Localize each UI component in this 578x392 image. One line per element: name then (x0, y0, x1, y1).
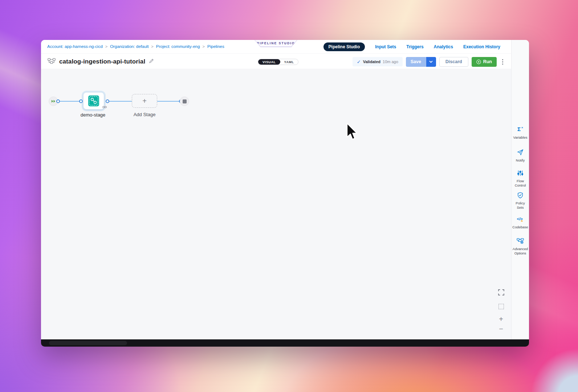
run-play-icon (476, 60, 481, 64)
breadcrumb-project[interactable]: Project: community-eng (156, 44, 200, 49)
pipeline-studio-window: Account: app-harness-ng-cicd>Organizatio… (41, 40, 529, 339)
rail-label: Notify (512, 158, 529, 163)
stop-square-icon (183, 99, 187, 103)
validated-time: 10m ago (383, 60, 398, 64)
shield-check-icon (517, 192, 524, 199)
rail-item-policy-sets[interactable]: Policy Sets (512, 192, 529, 210)
tab-execution-history[interactable]: Execution History (463, 44, 500, 49)
svg-text:×: × (521, 126, 523, 129)
rail-item-variables[interactable]: Σ × Variables (512, 126, 529, 140)
discard-button[interactable]: Discard (439, 57, 468, 67)
connector-port[interactable] (56, 99, 60, 103)
more-options-kebab-icon[interactable] (500, 57, 505, 67)
pipeline-canvas[interactable]: + demo-stage Add Stage + (41, 70, 511, 339)
header-actions: ✓ Validated 10m ago Save Discard (353, 57, 505, 67)
fit-to-screen-icon[interactable] (497, 289, 505, 297)
paper-plane-icon (517, 149, 524, 156)
breadcrumb-organization[interactable]: Organization: default (110, 44, 148, 49)
breadcrumb: Account: app-harness-ng-cicd>Organizatio… (47, 44, 224, 49)
pipeline-studio-badge-label: PIPELINE STUDIO (255, 40, 297, 46)
zoom-in-button[interactable]: + (497, 316, 505, 322)
connector-edge (109, 101, 132, 102)
background-window-bar (41, 339, 529, 347)
add-stage-label[interactable]: Add Stage (125, 112, 164, 117)
rail-label: Variables (512, 135, 529, 140)
background-window-pill (49, 341, 127, 345)
sigma-variables-icon: Σ × (517, 126, 524, 133)
save-button[interactable]: Save (406, 57, 426, 67)
mouse-cursor (344, 123, 358, 144)
toggle-yaml[interactable]: YAML (280, 60, 298, 65)
stage-link-icon (102, 103, 107, 110)
pipeline-end-node (180, 97, 189, 106)
svg-text:Σ: Σ (517, 126, 521, 132)
right-tool-rail: Σ × Variables Notify Flow Control (511, 40, 529, 339)
tab-triggers[interactable]: Triggers (406, 44, 423, 49)
rail-label: Codebase (512, 225, 529, 229)
validated-check-icon: ✓ (357, 59, 361, 65)
tab-input-sets[interactable]: Input Sets (375, 44, 396, 49)
rail-item-advanced-options[interactable]: Advanced Options (512, 238, 529, 256)
rail-label: Advanced Options (512, 247, 529, 256)
edit-pencil-icon[interactable] (149, 58, 154, 65)
save-dropdown-button[interactable] (426, 57, 436, 67)
add-stage-button[interactable]: + (132, 94, 157, 108)
rail-item-codebase[interactable]: </> Codebase (512, 216, 529, 229)
stage-node-demo-stage[interactable] (84, 93, 104, 109)
advanced-options-icon (517, 238, 524, 244)
rail-label: Flow Control (512, 179, 529, 188)
tab-pipeline-studio[interactable]: Pipeline Studio (323, 42, 365, 51)
breadcrumb-separator: > (151, 44, 153, 49)
frame-select-icon[interactable] (497, 304, 505, 309)
stage-label[interactable]: demo-stage (69, 112, 117, 118)
chevron-down-icon (429, 61, 433, 63)
plus-icon: + (142, 97, 147, 105)
breadcrumb-account[interactable]: Account: app-harness-ng-cicd (47, 44, 103, 49)
codebase-icon: </> (516, 216, 524, 222)
header-bar: catalog-ingestion-api-tutorial VISUAL YA… (41, 53, 511, 69)
studio-nav: Pipeline Studio Input Sets Triggers Anal… (323, 42, 500, 51)
validated-status: Validated (363, 60, 380, 64)
connector-port[interactable] (106, 99, 109, 103)
top-bar: Account: app-harness-ng-cicd>Organizatio… (41, 40, 511, 53)
save-split-button: Save (406, 57, 436, 67)
zoom-out-button[interactable]: − (497, 326, 505, 332)
pipeline-icon (48, 58, 56, 65)
rail-item-notify[interactable]: Notify (512, 149, 529, 163)
sliders-icon (517, 170, 524, 176)
start-play-icon (51, 99, 56, 103)
connector-port[interactable] (79, 99, 83, 103)
visual-yaml-toggle: VISUAL YAML (258, 59, 298, 65)
page-title: catalog-ingestion-api-tutorial (59, 58, 145, 65)
pipeline-studio-badge: PIPELINE STUDIO (255, 40, 297, 47)
toggle-visual[interactable]: VISUAL (258, 59, 280, 65)
connector-edge (58, 101, 81, 102)
run-button[interactable]: Run (472, 57, 497, 67)
rail-item-flow-control[interactable]: Flow Control (512, 170, 529, 188)
tab-analytics[interactable]: Analytics (434, 44, 453, 49)
breadcrumb-pipelines[interactable]: Pipelines (207, 44, 224, 49)
breadcrumb-separator: > (203, 44, 205, 49)
app-window: Account: app-harness-ng-cicd>Organizatio… (41, 40, 529, 347)
validated-chip: ✓ Validated 10m ago (353, 57, 403, 66)
connector-edge (157, 101, 181, 102)
custom-stage-icon (88, 95, 99, 106)
run-button-label: Run (483, 59, 492, 64)
rail-label: Policy Sets (512, 201, 529, 210)
breadcrumb-separator: > (105, 44, 107, 49)
main-content: Account: app-harness-ng-cicd>Organizatio… (41, 40, 511, 339)
